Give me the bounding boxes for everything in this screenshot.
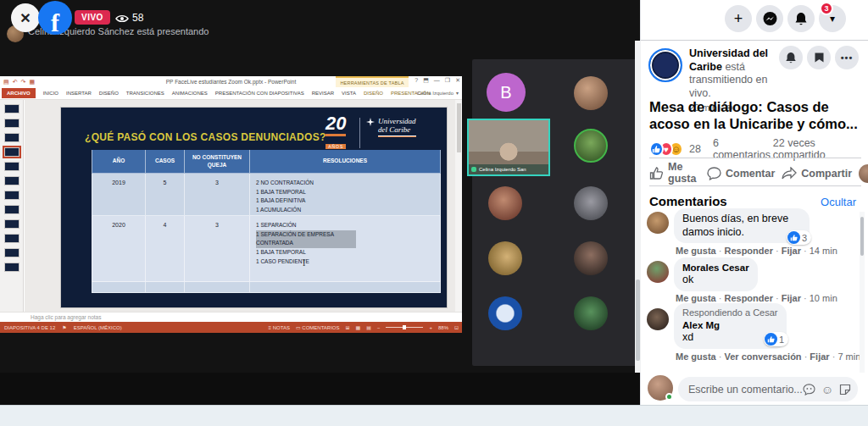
post-action-row: Me gusta Comentar Compartir ▾ (646, 160, 865, 187)
slide-thumbnail-current[interactable] (4, 147, 19, 157)
messenger-button[interactable] (756, 5, 783, 32)
close-icon[interactable]: ✕ (11, 3, 40, 32)
player-control-bar: LIVE @ (0, 373, 640, 405)
account-name[interactable]: Celina Izquierdo▾ (417, 90, 459, 96)
tab-revisar[interactable]: REVISAR (312, 91, 334, 96)
tab-archivo[interactable]: ARCHIVO (2, 88, 36, 98)
avatar-sticker-icon (803, 384, 815, 396)
slide-thumbnail[interactable] (4, 205, 19, 214)
tab-tabla-diseno[interactable]: DISEÑO (364, 91, 383, 96)
zoom-in-icon[interactable]: + (429, 325, 432, 330)
comments-list[interactable]: Buenos días, en breve damos inicio. 3 Me… (641, 208, 863, 373)
presenter-video-tile: Celina Izquierdo San (467, 119, 550, 176)
post-more-button[interactable]: ••• (835, 46, 859, 69)
tab-vista[interactable]: VISTA (342, 91, 356, 96)
participant-avatar (574, 76, 608, 110)
live-video-player[interactable]: ✕ f VIVO 58 Celina Izquierdo Sánchez est… (0, 0, 640, 405)
create-plus-button[interactable]: + (725, 5, 752, 32)
quick-access-toolbar: ▤↶↷▦ (3, 79, 35, 86)
participant-initial-avatar: B (487, 73, 526, 112)
comentarios-button[interactable]: ▭ COMENTARIOS (296, 324, 340, 330)
bell-icon (785, 52, 797, 64)
post-title[interactable]: Mesa de diálogo: Casos de acoso en la Un… (649, 98, 861, 132)
zoom-slider[interactable] (386, 327, 423, 328)
comment-text: Buenos días, en breve damos inicio. (682, 213, 801, 239)
post-notifications-button[interactable] (779, 46, 803, 69)
slide-thumbnail[interactable] (4, 219, 19, 229)
hide-comments-link[interactable]: Ocultar (821, 196, 856, 208)
emoji-icon[interactable]: ☺ (821, 384, 833, 396)
slide-canvas: ¿QUÉ PASÓ CON LOS CASOS DENUNCIADOS? 20 … (61, 108, 447, 307)
zoom-percent[interactable]: 88% (438, 325, 448, 330)
highlighted-text: 1 SEPARACIÓN DE EMPRESA CONTRATADA (256, 230, 356, 248)
slide-thumbnail-panel[interactable] (0, 100, 24, 312)
table-row: 2020 4 3 1 SEPARACIÓN 1 SEPARACIÓN DE EM… (92, 216, 441, 282)
comment-bubble: Morales Cesar ok (674, 257, 758, 291)
comment-meta[interactable]: Me gustaResponderFijar14 min (676, 246, 837, 256)
notes-placeholder[interactable]: Haga clic para agregar notas (0, 312, 462, 322)
notifications-button[interactable] (787, 5, 815, 32)
university-logo: Universidad del Caribe (366, 118, 416, 137)
comment-like-count[interactable]: 1 (764, 332, 788, 346)
anniversary-logo: 20 AÑOS (326, 114, 346, 152)
comment-button[interactable]: Comentar (704, 165, 778, 182)
bookmark-icon (814, 52, 825, 64)
slide-thumbnail[interactable] (4, 162, 19, 171)
ribbon-tab-row: ARCHIVO INICIO INSERTAR DISEÑO TRANSICIO… (0, 87, 462, 100)
logo-divider (359, 118, 360, 148)
participant-avatar (488, 241, 522, 275)
comment-composer[interactable]: ☺ (678, 377, 858, 401)
comment-meta[interactable]: Me gustaResponderFijar10 min (676, 293, 837, 303)
comment-like-count[interactable]: 3 (787, 230, 811, 245)
tab-presentacion-con-diapositivas[interactable]: PRESENTACIÓN CON DIAPOSITIVAS (215, 91, 304, 96)
tab-insertar[interactable]: INSERTAR (66, 91, 92, 96)
comment-avatar[interactable] (647, 308, 669, 330)
participants-panel: B Celina Izquierdo San (472, 59, 638, 366)
thumb-up-icon (790, 234, 798, 241)
view-sorter-icon[interactable]: ▦ (356, 324, 361, 330)
comment-avatar[interactable] (647, 212, 669, 234)
share-as-profile-selector[interactable]: ▾ (855, 163, 868, 185)
thumb-up-icon (649, 166, 664, 180)
notas-button[interactable]: ≡ NOTAS (269, 325, 290, 330)
participant-avatar (574, 186, 608, 220)
zoom-out-icon[interactable]: − (377, 325, 381, 330)
fit-slide-icon[interactable]: ⊡ (454, 324, 459, 330)
comment-author[interactable]: Morales Cesar (682, 262, 749, 274)
crest-icon (366, 118, 375, 128)
comment-avatar[interactable] (647, 261, 669, 283)
slide-thumbnail[interactable] (4, 234, 19, 243)
spellcheck-icon: ⚑ (62, 324, 66, 330)
share-button[interactable]: Compartir (778, 165, 855, 181)
slide-thumbnail[interactable] (4, 248, 19, 257)
thumb-up-icon (767, 335, 775, 343)
slide-thumbnail[interactable] (4, 176, 19, 185)
ppt-scrollbar[interactable] (455, 100, 462, 312)
ppt-status-bar: DIAPOSITIVA 4 DE 12 ⚑ ESPAÑOL (MÉXICO) ≡… (0, 322, 462, 333)
like-button[interactable]: Me gusta (646, 160, 704, 187)
participant-avatar (488, 296, 522, 330)
mic-active-icon (471, 167, 476, 172)
slide-thumbnail[interactable] (4, 119, 19, 128)
page-avatar[interactable] (648, 48, 682, 82)
comment-input[interactable] (688, 384, 803, 396)
user-avatar (859, 164, 868, 183)
tab-animaciones[interactable]: ANIMACIONES (172, 91, 208, 96)
save-post-button[interactable] (807, 46, 831, 69)
slide-thumbnail[interactable] (4, 104, 19, 113)
comment-author[interactable]: Alex Mg (682, 319, 778, 331)
slide-thumbnail[interactable] (4, 263, 19, 272)
slide-thumbnail[interactable] (4, 133, 19, 142)
reactions-count[interactable]: 28 (689, 143, 701, 155)
language-indicator[interactable]: ESPAÑOL (MÉXICO) (74, 325, 122, 330)
comment-text: ok (682, 274, 749, 287)
tab-diseno[interactable]: DISEÑO (99, 91, 119, 96)
slide-thumbnail[interactable] (4, 191, 19, 200)
windows-taskbar: P 10:28 a. m. 25/11/2020 (0, 405, 868, 426)
comment-bubble-icon (707, 167, 721, 180)
tab-transiciones[interactable]: TRANSICIONES (126, 91, 164, 96)
view-reading-icon[interactable]: ▤ (366, 324, 371, 330)
view-normal-icon[interactable]: ⊞ (346, 324, 350, 330)
comment-meta[interactable]: Me gustaVer conversaciónFijar7 min (676, 351, 860, 362)
tab-inicio[interactable]: INICIO (43, 91, 58, 96)
